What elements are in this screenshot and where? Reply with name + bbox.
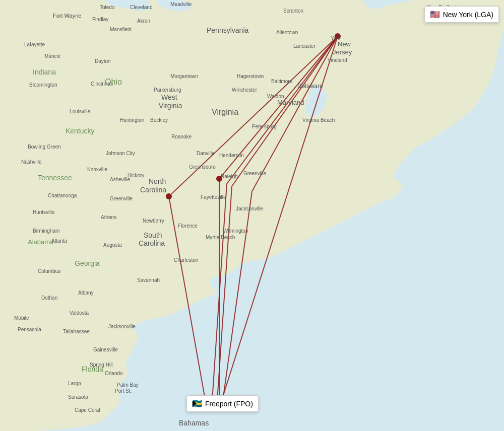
svg-text:Charleston: Charleston bbox=[174, 257, 198, 263]
svg-text:Danville: Danville bbox=[197, 151, 215, 156]
fpo-label: 🇧🇸 Freeport (FPO) bbox=[186, 395, 259, 412]
svg-text:Cleveland: Cleveland bbox=[130, 5, 152, 10]
svg-text:Baltimore: Baltimore bbox=[271, 79, 293, 84]
svg-text:Fort Wayne: Fort Wayne bbox=[53, 13, 81, 19]
svg-text:Knoxville: Knoxville bbox=[87, 167, 107, 172]
svg-text:Allentown: Allentown bbox=[276, 30, 298, 35]
svg-text:Jacksonville: Jacksonville bbox=[236, 206, 263, 211]
svg-text:Louisville: Louisville bbox=[70, 109, 91, 114]
svg-text:Chattanooga: Chattanooga bbox=[48, 193, 77, 198]
svg-text:Bowling Green: Bowling Green bbox=[28, 144, 61, 150]
svg-text:Valdosta: Valdosta bbox=[70, 310, 89, 316]
map-container: Fort Wayne Toledo Cleveland Meadville Ne… bbox=[0, 0, 504, 431]
svg-text:Wilmington: Wilmington bbox=[223, 228, 248, 234]
svg-text:Muncie: Muncie bbox=[44, 53, 61, 59]
svg-text:Georgia: Georgia bbox=[75, 259, 100, 267]
svg-text:West: West bbox=[161, 93, 177, 101]
svg-text:Indiana: Indiana bbox=[33, 68, 56, 76]
svg-text:Kentucky: Kentucky bbox=[66, 127, 95, 135]
svg-text:Parkersburg: Parkersburg bbox=[154, 87, 181, 93]
svg-text:Beckley: Beckley bbox=[150, 117, 168, 123]
svg-text:North: North bbox=[149, 177, 166, 185]
svg-text:Cape Coral: Cape Coral bbox=[75, 407, 100, 413]
svg-text:Albany: Albany bbox=[78, 290, 94, 296]
svg-text:Savannah: Savannah bbox=[137, 277, 160, 283]
svg-text:Raleigh: Raleigh bbox=[221, 174, 238, 179]
svg-text:Toledo: Toledo bbox=[100, 5, 115, 10]
svg-text:Jacksonville: Jacksonville bbox=[108, 324, 136, 329]
svg-text:Hagerstown: Hagerstown bbox=[237, 74, 264, 79]
svg-text:Morgantown: Morgantown bbox=[170, 74, 198, 79]
svg-text:Akron: Akron bbox=[137, 18, 150, 24]
svg-text:Pennsylvania: Pennsylvania bbox=[207, 26, 248, 34]
svg-text:Virginia: Virginia bbox=[159, 102, 182, 110]
svg-text:Carolina: Carolina bbox=[140, 186, 166, 194]
svg-text:Bloomington: Bloomington bbox=[29, 82, 57, 88]
svg-text:Bahamas: Bahamas bbox=[179, 419, 209, 427]
fpo-flag: 🇧🇸 bbox=[192, 399, 202, 408]
svg-text:Huntington: Huntington bbox=[120, 117, 144, 123]
svg-text:Cincinnati: Cincinnati bbox=[91, 81, 113, 87]
fpo-name: Freeport (FPO) bbox=[205, 400, 253, 408]
svg-text:Mobile: Mobile bbox=[14, 315, 29, 321]
svg-text:Tennessee: Tennessee bbox=[38, 174, 72, 182]
svg-text:Birmingham: Birmingham bbox=[33, 228, 59, 234]
svg-text:Carolina: Carolina bbox=[139, 239, 165, 247]
svg-text:Pensacola: Pensacola bbox=[18, 327, 41, 332]
svg-text:Vineland: Vineland bbox=[328, 57, 347, 63]
svg-text:Virginia Beach: Virginia Beach bbox=[302, 117, 335, 123]
svg-text:Winchester: Winchester bbox=[232, 87, 258, 93]
svg-text:Dothan: Dothan bbox=[41, 295, 57, 301]
svg-text:Orlando: Orlando bbox=[105, 371, 123, 376]
svg-text:Delaware: Delaware bbox=[297, 83, 323, 90]
svg-text:Petersburg: Petersburg bbox=[252, 124, 277, 129]
svg-text:Gainesville: Gainesville bbox=[93, 347, 118, 352]
svg-text:South: South bbox=[144, 231, 162, 239]
svg-text:Meadville: Meadville bbox=[170, 2, 192, 7]
svg-text:Lancaster: Lancaster bbox=[293, 43, 316, 49]
svg-text:Myrtle Beach: Myrtle Beach bbox=[206, 235, 235, 240]
svg-text:Mansfield: Mansfield bbox=[110, 27, 132, 32]
svg-text:Newberry: Newberry bbox=[143, 218, 164, 224]
lga-name: New York (LGA) bbox=[443, 11, 493, 19]
svg-text:Port St.: Port St. bbox=[115, 388, 132, 394]
svg-text:Roanoke: Roanoke bbox=[171, 134, 192, 139]
svg-text:Athens: Athens bbox=[101, 214, 116, 220]
svg-text:Greenville: Greenville bbox=[110, 196, 133, 201]
clt-dot bbox=[166, 193, 172, 199]
svg-text:Sarasota: Sarasota bbox=[68, 394, 88, 400]
svg-text:Johnson City: Johnson City bbox=[106, 151, 135, 156]
svg-text:Fayetteville: Fayetteville bbox=[201, 194, 226, 200]
svg-text:Atlanta: Atlanta bbox=[51, 238, 68, 244]
svg-text:Hickory: Hickory bbox=[128, 173, 144, 178]
svg-text:Spring Hill: Spring Hill bbox=[90, 362, 113, 368]
svg-text:Largo: Largo bbox=[68, 381, 81, 386]
svg-text:Nashville: Nashville bbox=[21, 159, 42, 165]
svg-text:Huntsville: Huntsville bbox=[33, 209, 55, 215]
lga-label: 🇺🇸 New York (LGA) bbox=[424, 6, 499, 23]
svg-text:Findlay: Findlay bbox=[92, 17, 108, 22]
svg-text:Jersey: Jersey bbox=[333, 48, 352, 56]
svg-text:Augusta: Augusta bbox=[103, 242, 122, 248]
svg-text:Palm Bay: Palm Bay bbox=[117, 382, 139, 388]
svg-text:Dayton: Dayton bbox=[95, 58, 111, 64]
svg-text:New: New bbox=[338, 40, 351, 48]
svg-text:Greenville: Greenville bbox=[243, 171, 266, 176]
svg-text:Tallahassee: Tallahassee bbox=[63, 329, 90, 334]
svg-text:Alabama: Alabama bbox=[28, 238, 54, 246]
svg-text:Greensboro: Greensboro bbox=[189, 164, 216, 170]
svg-text:Lafayette: Lafayette bbox=[24, 42, 45, 47]
svg-text:Henderson: Henderson bbox=[219, 153, 244, 158]
svg-text:Maryland: Maryland bbox=[277, 99, 304, 106]
svg-text:Virginia: Virginia bbox=[212, 108, 238, 116]
svg-text:Scranton: Scranton bbox=[283, 8, 303, 14]
map-svg: Fort Wayne Toledo Cleveland Meadville Ne… bbox=[0, 0, 504, 431]
svg-text:Florence: Florence bbox=[178, 223, 198, 229]
svg-text:Columbus: Columbus bbox=[38, 268, 60, 274]
lga-flag: 🇺🇸 bbox=[430, 10, 440, 19]
